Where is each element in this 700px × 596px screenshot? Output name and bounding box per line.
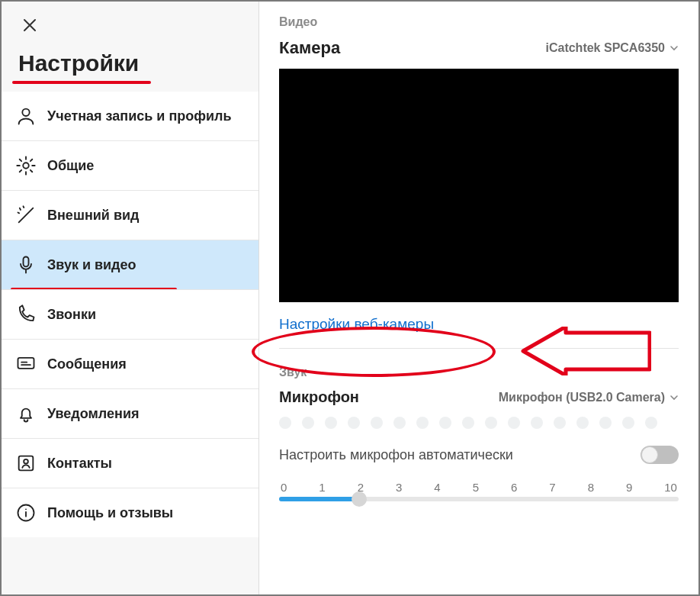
- sidebar-item-notifications[interactable]: Уведомления: [2, 388, 258, 438]
- scale-tick: 7: [549, 481, 555, 494]
- webcam-settings-link[interactable]: Настройки веб-камеры: [279, 316, 679, 333]
- audio-section-header: Звук: [279, 366, 679, 379]
- sidebar-nav: Учетная запись и профиль Общие Внешний в…: [2, 92, 258, 537]
- sidebar-item-label: Помощь и отзывы: [47, 504, 173, 522]
- chevron-down-icon: [669, 43, 679, 53]
- sidebar-item-label: Учетная запись и профиль: [47, 108, 232, 125]
- sidebar-item-label: Сообщения: [47, 356, 127, 373]
- slider-fill: [279, 497, 359, 501]
- annotation-underline-title: [12, 81, 151, 84]
- message-icon: [15, 353, 37, 375]
- sidebar-item-label: Контакты: [47, 455, 112, 472]
- contacts-icon: [15, 453, 37, 474]
- sidebar-item-messages[interactable]: Сообщения: [2, 339, 258, 388]
- sidebar-item-label: Звук и видео: [47, 256, 136, 274]
- svg-point-0: [22, 109, 29, 116]
- microphone-device-dropdown[interactable]: Микрофон (USB2.0 Camera): [499, 391, 679, 404]
- sidebar-item-general[interactable]: Общие: [2, 140, 258, 190]
- svg-rect-3: [18, 358, 34, 369]
- chevron-down-icon: [669, 393, 679, 402]
- sidebar-item-help-feedback[interactable]: Помощь и отзывы: [2, 488, 258, 537]
- sidebar-item-account[interactable]: Учетная запись и профиль: [2, 92, 258, 140]
- video-section-header: Видео: [279, 15, 679, 29]
- camera-device-dropdown[interactable]: iCatchtek SPCA6350: [545, 41, 679, 55]
- microphone-device-value: Микрофон (USB2.0 Camera): [499, 391, 665, 404]
- main-content: Видео Камера iCatchtek SPCA6350 Настройк…: [259, 2, 698, 594]
- sidebar-item-contacts[interactable]: Контакты: [2, 438, 258, 488]
- scale-tick: 3: [396, 481, 402, 494]
- svg-point-5: [24, 459, 28, 464]
- volume-slider[interactable]: [279, 497, 679, 501]
- info-icon: [15, 502, 37, 524]
- scale-tick: 5: [473, 481, 479, 494]
- microphone-level-meter: [279, 417, 679, 429]
- camera-label: Камера: [279, 38, 340, 58]
- svg-point-1: [23, 163, 28, 168]
- volume-slider-scale: 0 1 2 3 4 5 6 7 8 9 10: [279, 481, 679, 494]
- scale-tick: 0: [281, 481, 287, 494]
- gear-icon: [15, 155, 37, 176]
- sidebar-item-label: Внешний вид: [47, 207, 139, 224]
- scale-tick: 6: [511, 481, 517, 494]
- divider: [279, 348, 679, 349]
- wand-icon: [15, 205, 37, 226]
- sidebar-item-audio-video[interactable]: Звук и видео: [2, 240, 258, 289]
- close-icon[interactable]: [2, 2, 258, 37]
- bell-icon: [15, 403, 37, 424]
- toggle-knob: [641, 446, 658, 463]
- scale-tick: 4: [434, 481, 440, 494]
- sidebar-item-calls[interactable]: Звонки: [2, 289, 258, 339]
- scale-tick: 9: [626, 481, 632, 494]
- sidebar-item-label: Общие: [47, 157, 94, 175]
- auto-adjust-label: Настроить микрофон автоматически: [279, 447, 513, 463]
- phone-icon: [15, 304, 37, 325]
- person-icon: [15, 105, 37, 127]
- sidebar-item-label: Звонки: [47, 306, 96, 324]
- scale-tick: 8: [588, 481, 594, 494]
- settings-title: Настройки: [2, 37, 258, 81]
- camera-device-value: iCatchtek SPCA6350: [545, 41, 665, 55]
- microphone-label: Микрофон: [279, 388, 359, 406]
- microphone-icon: [15, 254, 37, 275]
- svg-rect-2: [24, 257, 29, 267]
- auto-adjust-toggle[interactable]: [641, 446, 679, 464]
- slider-thumb[interactable]: [352, 491, 367, 507]
- sidebar-item-appearance[interactable]: Внешний вид: [2, 190, 258, 240]
- sidebar-item-label: Уведомления: [47, 405, 140, 423]
- scale-tick: 1: [319, 481, 325, 494]
- scale-tick: 10: [664, 481, 677, 494]
- camera-preview: [279, 69, 679, 302]
